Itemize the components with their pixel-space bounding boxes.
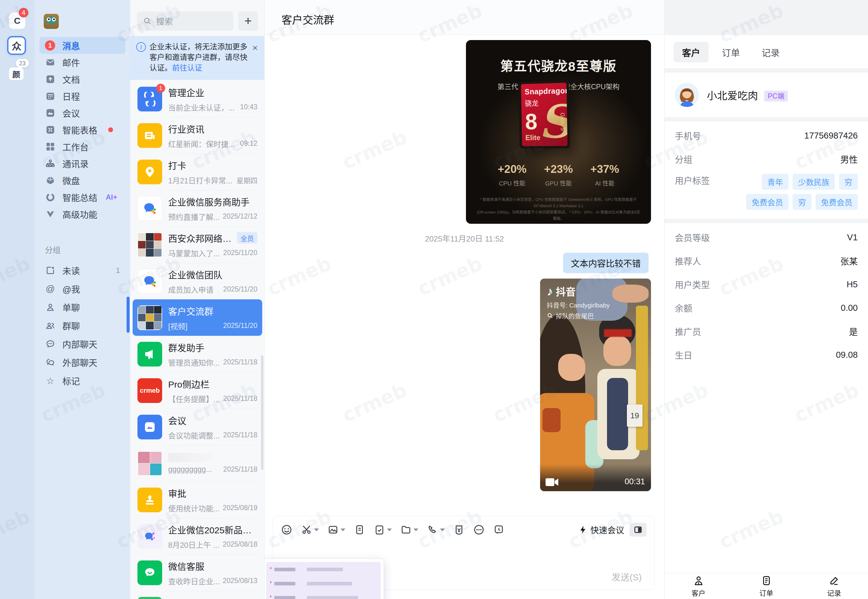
schedule-message-icon[interactable]: [493, 524, 504, 536]
user-tag[interactable]: 穷: [793, 194, 811, 210]
user-tag[interactable]: 免费会员: [746, 194, 788, 210]
workspace-zhong-selected[interactable]: 众: [7, 36, 26, 55]
pc-client-badge: PC端: [764, 91, 788, 101]
sidebar-item-smart-summary[interactable]: 智能总结 AI+: [39, 189, 125, 206]
number-tag: 19: [627, 405, 643, 427]
user-tag[interactable]: 免费会员: [815, 194, 858, 210]
video-message[interactable]: 19 ♪抖音 抖音号: Candygirlbaby 掉队的鱼尾巴 00:31: [540, 278, 651, 491]
chat-list-column: 搜索 + i 企业未认证，将无法添加更多客户和邀请客户进群，请尽快认证。前往认证…: [130, 0, 265, 599]
tab-customer[interactable]: 客户: [673, 42, 709, 62]
form-popup-dialog[interactable]: * * * *: [265, 558, 384, 599]
sidebar-item-unread[interactable]: 未读 1: [39, 262, 125, 279]
image-icon[interactable]: [327, 524, 346, 536]
chat-item-wecom-2025-launch[interactable]: 企业微信2025新品发布 8月20日上午 ...2025/08/18: [133, 518, 262, 554]
form-value-bar: [307, 596, 358, 599]
person-icon: [45, 302, 56, 313]
chat-item-wecom-provider[interactable]: 企业微信服务商助手 预约直播了解...2025/12/12: [133, 190, 262, 226]
sidebar-item-internal-chat[interactable]: 内部聊天: [39, 336, 125, 352]
workspace-yan[interactable]: 颜: [9, 68, 24, 80]
quick-meeting-button[interactable]: 快速会议: [578, 524, 624, 536]
summary-ring-icon: [45, 192, 56, 203]
chat-list-scrollbar[interactable]: [261, 355, 263, 470]
sidebar-item-messages[interactable]: 消息 1: [39, 37, 125, 54]
douyin-account: 抖音号: Candygirlbaby: [547, 300, 610, 309]
chat-item-customer-group-selected[interactable]: 客户交流群 [视频]2025/11/20: [133, 300, 262, 336]
chat-item-industry-news[interactable]: 行业资讯 红星新闻：保时捷...09:12: [133, 117, 262, 154]
group-avatar-grid: [137, 451, 162, 476]
promo-image-message[interactable]: 第五代骁龙8至尊版 第三代 3nm 工艺，搭载全大核CPU架构 Snapdrag…: [466, 40, 651, 224]
tab-orders[interactable]: 订单: [713, 42, 748, 62]
sidebar-item-workbench[interactable]: 工作台: [39, 138, 125, 155]
panel-tabs: 客户 订单 记录: [664, 35, 868, 68]
sidebar-scrollbar[interactable]: [127, 296, 130, 333]
phone-icon[interactable]: [427, 524, 445, 536]
user-tag[interactable]: 青年: [762, 174, 788, 190]
sidebar-item-at-me[interactable]: @ @我: [39, 280, 125, 297]
chat-item-wecom-team[interactable]: 企业微信团队 成员加入申请2025/11/20: [133, 263, 262, 300]
chat-item-checkin[interactable]: 打卡 1月21日打卡异常...星期四: [133, 154, 262, 190]
verify-banner: i 企业未认证，将无法添加更多客户和邀请客户进群，请尽快认证。前往认证 ×: [130, 36, 264, 80]
bottom-tab-customer[interactable]: 客户: [664, 573, 732, 599]
user-tag[interactable]: 穷: [839, 174, 858, 190]
sidebar-item-calendar[interactable]: 日程: [39, 88, 125, 104]
lightning-icon: [578, 525, 588, 534]
sidebar-item-meeting[interactable]: 会议: [39, 104, 125, 121]
red-packet-icon[interactable]: [453, 524, 465, 536]
promo-stats: +20%CPU 性能 +23%GPU 性能 +37%AI 性能: [466, 163, 651, 187]
chat-item-xian-zhongbang[interactable]: 西安众邦网络科...全员 马蒙蒙加入了...2025/11/20: [133, 226, 262, 263]
chat-item-blurred-group[interactable]: ggggggggg...2025/11/18: [133, 445, 262, 482]
chat-item-meeting[interactable]: 会议 会议功能调整...2025/11/18: [133, 409, 262, 445]
wecom-app-window: C 4 众 23 颜 消息 1 邮件 文档 日程 会议 智: [0, 0, 868, 599]
screenshot-icon[interactable]: [301, 524, 319, 536]
sent-text-bubble[interactable]: 文本内容比较不错: [563, 253, 649, 273]
task-icon[interactable]: [374, 524, 392, 536]
news-icon: [137, 123, 162, 148]
go-verify-link[interactable]: 前往认证: [172, 63, 202, 72]
form-label-bar: [274, 596, 295, 599]
meeting-icon: [45, 107, 56, 118]
bottom-tab-records[interactable]: 记录: [800, 573, 868, 599]
side-panel-toggle[interactable]: [629, 523, 646, 537]
sidebar-item-marked[interactable]: ☆ 标记: [39, 372, 125, 389]
emoji-icon[interactable]: [281, 524, 292, 536]
send-button[interactable]: 发送(S): [611, 570, 642, 583]
unread-count: 1: [116, 266, 120, 275]
sidebar-item-contacts[interactable]: 通讯录: [39, 155, 125, 172]
form-label-bar: [274, 568, 295, 571]
chat-item-broadcast-assistant[interactable]: 群发助手 管理员通知你...2025/11/18: [133, 336, 262, 372]
file-icon[interactable]: [354, 524, 365, 536]
folder-icon[interactable]: [400, 524, 418, 536]
search-icon: [547, 312, 553, 319]
snapdragon-chip: Snapdragon 骁龙 S 8 Elite Gen 5: [519, 80, 570, 149]
customer-basic-card: 手机号17756987426 分组男性 用户标签 青年 少数民族 穷 免费会员 …: [664, 121, 868, 219]
person-icon: [693, 575, 704, 586]
bottom-tab-orders[interactable]: 订单: [732, 573, 800, 599]
more-icon[interactable]: [473, 524, 485, 536]
sidebar-item-drive[interactable]: 微盘: [39, 172, 125, 189]
search-input[interactable]: 搜索: [137, 11, 233, 31]
form-value-bar: [307, 568, 343, 571]
form-value-bar: [307, 582, 352, 585]
customer-avatar[interactable]: [675, 83, 699, 107]
chat-item-manage-company[interactable]: 1 管理企业 当前企业未认证，...10:43: [133, 81, 262, 117]
field-row: 余额0.00: [675, 296, 858, 319]
meeting-app-icon: [137, 415, 162, 439]
sidebar-item-mail[interactable]: 邮件: [39, 54, 125, 71]
sidebar-item-group-chat[interactable]: 群聊: [39, 317, 125, 334]
user-tag[interactable]: 少数民族: [793, 174, 835, 190]
chat-item-wechat-service[interactable]: 微信客服 查收昨日企业...2025/08/13: [133, 554, 262, 591]
sidebar-item-advanced[interactable]: 高级功能: [39, 206, 125, 223]
banner-close-icon[interactable]: ×: [252, 43, 258, 53]
user-avatar[interactable]: [44, 14, 59, 29]
sidebar-item-external-chat[interactable]: 外部聊天: [39, 354, 125, 371]
promo-footnote: * 数据来源于高通及小米实验室，CPU 性能数据基于 Geekbench6.5 …: [475, 197, 642, 209]
chat-item-pro-sidebar[interactable]: crmeb Pro侧边栏 【任务提醒】...2025/11/18: [133, 372, 262, 409]
tab-records[interactable]: 记录: [753, 42, 788, 62]
sidebar-item-single-chat[interactable]: 单聊: [39, 299, 125, 316]
chat-item-approval[interactable]: 审批 使用统计功能...2025/08/19: [133, 482, 262, 518]
sidebar-item-docs[interactable]: 文档: [39, 71, 125, 88]
chat-item-data-handover[interactable]: 数据资产交接: [133, 591, 262, 599]
video-duration: 00:31: [625, 477, 645, 486]
add-button[interactable]: +: [238, 11, 258, 31]
sidebar-item-smart-table[interactable]: 智能表格: [39, 121, 125, 138]
